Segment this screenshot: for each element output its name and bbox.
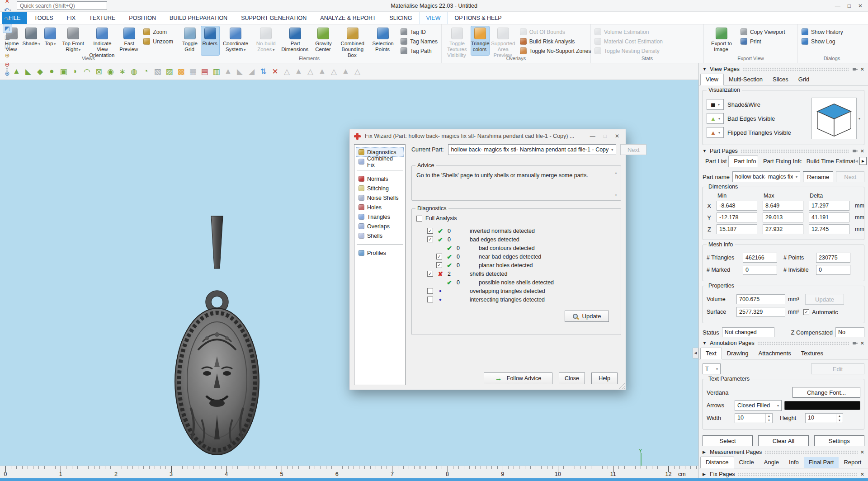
ribbon-button[interactable]: Selection Points (368, 26, 397, 56)
ribbon-button[interactable]: Top▾ (41, 26, 60, 56)
marking-tool-10-icon[interactable]: △ (352, 66, 363, 78)
current-part-select[interactable]: hollow back- magics fix stl- Narshima pe… (448, 144, 617, 155)
tab[interactable]: View (700, 74, 724, 85)
mark-quarter-icon[interactable]: ◔ (140, 66, 151, 78)
ribbon-button[interactable]: Shade▾ (22, 26, 41, 56)
close-window-icon[interactable]: ✕ (858, 3, 863, 9)
ribbon-button[interactable]: Rulers (201, 26, 220, 56)
ribbon-button[interactable]: Gravity Center (310, 26, 337, 56)
marked-count-field[interactable]: 0 (743, 265, 777, 275)
text-annotation-dropdown[interactable]: T▾ (703, 363, 721, 374)
ribbon-button[interactable]: Combined Bounding Box (337, 26, 368, 56)
mark-blob-icon[interactable]: ◉ (105, 66, 116, 78)
ribbon-button[interactable]: Fast Preview (118, 26, 140, 56)
fix-wizard-nav-item[interactable]: Normals (356, 174, 404, 184)
view-pages-header[interactable]: ▼ View Pages ✕ (699, 65, 868, 74)
ribbon-button[interactable]: Supported Area Preview (490, 26, 517, 56)
quick-search-input[interactable] (17, 1, 107, 10)
ribbon-button[interactable]: Triangle colors (471, 26, 490, 56)
tab-scroll-right-icon[interactable]: ▶ (859, 157, 867, 165)
zoom-in-icon[interactable]: ⊕ (3, 51, 12, 60)
remove-part-icon[interactable]: ✕ (3, 0, 12, 6)
dimension-max-field[interactable]: 27.932 (763, 224, 803, 234)
tab[interactable]: Info (784, 457, 804, 468)
diagnostic-checkbox[interactable] (436, 262, 442, 268)
menu-item[interactable]: BUILD PREPARATION (163, 12, 234, 24)
mark-rectangle-icon[interactable]: ▣ (58, 66, 69, 78)
view-cube-preview[interactable] (811, 98, 857, 139)
zoom-out-icon[interactable]: ⊖ (3, 60, 12, 69)
select-colored-part-icon[interactable]: ▩ (175, 66, 187, 78)
points-count-field[interactable]: 230775 (816, 253, 850, 263)
next-button[interactable]: Next (620, 144, 646, 155)
invert-marking-icon[interactable]: ⇅ (258, 66, 269, 78)
diagnostic-checkbox[interactable] (427, 228, 433, 234)
ribbon-button[interactable]: Toggle Textures Visibility (443, 26, 471, 56)
pin-icon[interactable] (852, 148, 858, 154)
invisible-count-field[interactable]: 0 (816, 265, 850, 275)
volume-field[interactable]: 700.675 (736, 294, 785, 304)
menu-item[interactable]: SLICING (383, 12, 419, 24)
arrows-style-dropdown[interactable]: Closed Filled▾ (735, 400, 782, 411)
select-shell-icon[interactable]: ▧ (152, 66, 163, 78)
measurement-pages-header[interactable]: ▶ Measurement Pages ✕ (699, 448, 868, 457)
mark-curve-icon[interactable]: ◠ (81, 66, 93, 78)
ribbon-button-small[interactable]: Show History (800, 28, 845, 36)
dialog-close-icon[interactable]: ✕ (615, 133, 619, 139)
ribbon-button[interactable]: Indicate View Orientation (86, 26, 118, 56)
tab[interactable]: Multi-Section (724, 74, 768, 85)
edit-button[interactable]: Edit (811, 363, 864, 374)
select-button[interactable]: Select (703, 435, 753, 446)
visualization-mode-dropdown[interactable]: ▲▾ (707, 113, 724, 124)
select-part-icon[interactable]: ▨ (164, 66, 175, 78)
tab[interactable]: Attachments (754, 348, 796, 359)
minimize-window-icon[interactable]: — (835, 3, 840, 9)
surface-field[interactable]: 2577.329 (736, 307, 785, 317)
ribbon-button-small[interactable]: Volume Estimation (593, 28, 665, 36)
ribbon-button[interactable]: Part Dimensions (280, 26, 310, 56)
dimension-delta-field[interactable]: 41.191 (809, 212, 849, 222)
annotation-pages-header[interactable]: ▼ Annotation Pages ✕ (699, 339, 868, 348)
shrink-marking-icon[interactable]: ▲ (293, 66, 304, 78)
marking-tool-9-icon[interactable]: ▲ (340, 66, 351, 78)
fix-wizard-nav-item[interactable]: Triangles (356, 212, 404, 222)
expand-marking-icon[interactable]: △ (305, 66, 316, 78)
expand-arrow-icon[interactable]: ▶ (703, 450, 707, 454)
mark-brush-icon[interactable]: ● (46, 66, 57, 78)
tab[interactable]: Textures (796, 348, 828, 359)
close-icon[interactable]: ✕ (860, 66, 864, 72)
fix-wizard-nav-item[interactable]: Holes (356, 203, 404, 212)
dialog-title-bar[interactable]: Fix Wizard (Part: hollow back- magics fi… (349, 129, 626, 143)
change-font-button[interactable]: Change Font... (793, 387, 860, 398)
chevron-down-icon[interactable]: ▾ (859, 117, 860, 121)
clear-marking-icon[interactable]: ✕ (269, 66, 281, 78)
dimension-max-field[interactable]: 8.649 (763, 201, 803, 211)
mark-window-icon[interactable]: ⊠ (93, 66, 104, 78)
close-icon[interactable]: ✕ (860, 472, 864, 477)
ribbon-button-small[interactable]: Copy Viewport (739, 28, 787, 36)
fit-view-icon[interactable]: ◪ (3, 33, 12, 42)
ribbon-button[interactable]: Coordinate System▾ (220, 26, 251, 56)
close-icon[interactable]: ✕ (860, 148, 864, 154)
tab-scroll-left-icon[interactable]: ◀ (855, 159, 859, 163)
pin-icon[interactable] (852, 66, 858, 72)
tab[interactable]: Final Part (804, 457, 839, 468)
diagnostic-checkbox[interactable] (436, 254, 442, 259)
diagnostic-checkbox[interactable] (427, 271, 433, 277)
tab[interactable]: Distance (700, 457, 734, 468)
ribbon-button[interactable]: Toggle Grid (179, 26, 201, 56)
select-box-icon[interactable]: ▦ (187, 66, 198, 78)
arrow-color-swatch[interactable] (784, 401, 860, 410)
zoom-to-part-icon[interactable]: ◩ (3, 24, 12, 33)
fix-wizard-nav-item[interactable]: Stitching (356, 184, 404, 193)
fix-pages-header[interactable]: ▶ Fix Pages ✕ (699, 470, 868, 478)
tab[interactable]: Part List (700, 156, 728, 167)
dimension-min-field[interactable]: -8.648 (717, 201, 757, 211)
cube-view-icon[interactable]: ◫ (3, 42, 12, 51)
marking-tool-7-icon[interactable]: ▲ (316, 66, 328, 78)
visualization-mode-dropdown[interactable]: ▲▾ (707, 127, 724, 138)
ribbon-button[interactable]: No-build Zones▾ (251, 26, 280, 56)
next-button[interactable]: Next (836, 171, 864, 182)
ribbon-button-small[interactable]: Tag Names (399, 38, 439, 45)
mark-triangle-icon[interactable]: ▲ (11, 66, 22, 78)
